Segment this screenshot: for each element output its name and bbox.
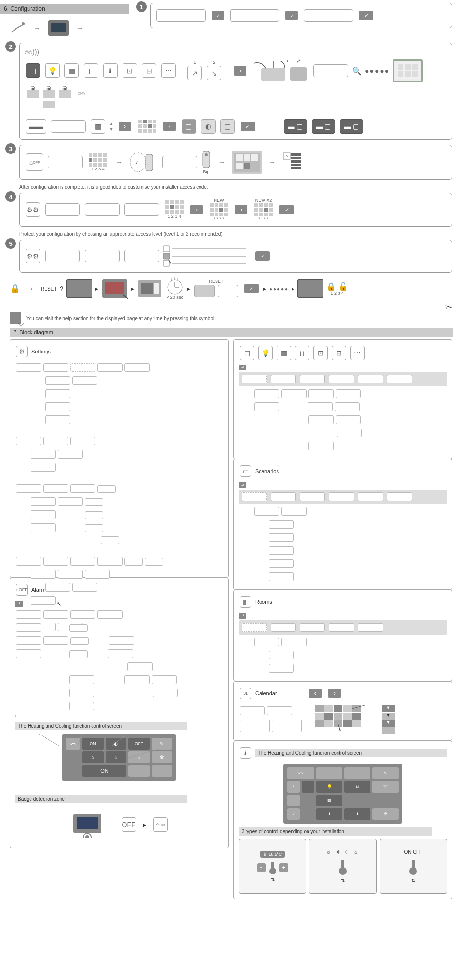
stars: * * * * (208, 216, 230, 221)
svg-rect-66 (315, 705, 324, 712)
thermo-icon[interactable]: 🌡 (103, 63, 118, 78)
heating-title: The Heating and Cooling function control… (255, 749, 447, 757)
lock-icon: 🔒 (10, 283, 20, 294)
calendar-grid[interactable] (315, 705, 378, 735)
heating-diagram: 🌡 The Heating and Cooling function contr… (233, 741, 452, 899)
help-icon[interactable] (10, 312, 21, 324)
svg-rect-4 (290, 67, 307, 81)
keypad-icon[interactable] (210, 203, 228, 216)
field[interactable] (162, 156, 197, 168)
next-button[interactable]: › (163, 122, 176, 131)
blind-icon[interactable]: ▦ (64, 63, 79, 78)
wiring-illustration (251, 59, 309, 83)
svg-rect-39 (291, 164, 301, 166)
blind-icon[interactable]: ▥ (91, 119, 105, 134)
reset-label: RESET (41, 286, 57, 291)
svg-rect-8 (412, 64, 418, 70)
room-icon: ▦ (240, 596, 251, 608)
on-button[interactable]: ON (82, 765, 126, 777)
next-button[interactable]: › (328, 689, 341, 698)
field[interactable] (48, 156, 83, 168)
svg-rect-37 (291, 157, 301, 159)
pill-icon[interactable]: ▬ ▢ (312, 119, 335, 134)
next-button[interactable]: › (285, 11, 298, 20)
field[interactable] (304, 9, 353, 22)
switch-icon[interactable]: ⊟ (142, 63, 156, 78)
confirm-button[interactable]: ✓ (359, 11, 373, 20)
field[interactable] (51, 120, 86, 133)
confirm-button[interactable]: ✓ (255, 251, 270, 261)
field[interactable] (156, 9, 206, 22)
field[interactable] (124, 250, 159, 262)
svg-rect-36 (291, 153, 301, 156)
more-icon[interactable]: ⋯ (161, 63, 176, 78)
shutter-icon: ▤ (240, 346, 254, 360)
svg-rect-30 (244, 154, 250, 161)
prev-button[interactable]: ‹ (309, 689, 322, 698)
next-button[interactable]: › (212, 11, 224, 20)
confirm-button[interactable]: ✓ (244, 284, 259, 293)
field[interactable] (85, 203, 120, 216)
svg-rect-33 (244, 163, 250, 169)
svg-rect-2 (51, 23, 66, 32)
svg-rect-71 (315, 713, 324, 720)
light-icon[interactable]: 💡 (45, 63, 60, 78)
gear-icon: ⚙ (16, 346, 28, 357)
heating-control-panel[interactable]: ⤺✎ ∧💡≋☜ ▦ ∨🌡🌡⚙ (283, 764, 402, 824)
svg-rect-85 (341, 860, 344, 870)
next-button[interactable]: › (190, 205, 203, 214)
svg-text:❋: ❋ (63, 87, 67, 91)
alarm-control-panel[interactable]: ⤺ ON◐OFF✎ ⌂⌂⌂🗑 ON (62, 734, 176, 781)
option-a-icon[interactable]: ▢ (182, 119, 196, 134)
color-grid[interactable] (138, 120, 156, 133)
socket-icon[interactable]: ⊡ (123, 63, 137, 78)
field[interactable] (45, 250, 80, 262)
label: 1 2 3 4 (326, 291, 348, 296)
up-down-icon[interactable]: ▲▼ (109, 121, 114, 132)
next-button[interactable]: › (119, 122, 131, 131)
remote-beep-icon (201, 156, 212, 162)
touch-device-icon (101, 278, 128, 299)
keypad-icon[interactable] (165, 200, 184, 214)
home-off-icon[interactable]: ⌂OFF (26, 153, 43, 171)
shutter-icon[interactable]: ▤ (26, 63, 40, 78)
svg-rect-10 (405, 71, 411, 77)
svg-rect-75 (352, 713, 361, 720)
svg-rect-76 (315, 720, 324, 727)
svg-rect-32 (236, 163, 243, 169)
action-2-icon[interactable]: ↘ (207, 66, 221, 80)
field[interactable] (45, 203, 80, 216)
screen-preview (393, 59, 423, 82)
reset-field[interactable] (194, 285, 215, 297)
next-button[interactable]: › (235, 205, 247, 214)
keypad-icon[interactable] (254, 203, 273, 216)
back-device-icon (137, 279, 162, 298)
svg-rect-7 (405, 64, 411, 70)
magnify-icon[interactable]: 🔍 (352, 66, 362, 76)
settings-icon[interactable]: ⚙⚙ (26, 202, 40, 217)
device-type-icon[interactable]: ▬▬ (26, 119, 46, 134)
field[interactable] (124, 203, 159, 216)
bars-icon[interactable]: ⫼ (84, 63, 98, 78)
badge-reader-icon (70, 811, 104, 838)
field[interactable] (230, 9, 279, 22)
option-b-icon[interactable]: ◐ (201, 119, 216, 134)
field[interactable] (85, 250, 120, 262)
svg-rect-40 (291, 167, 301, 169)
keypad-icon[interactable] (89, 153, 107, 167)
pill-icon[interactable]: ▬ ▢ (340, 119, 363, 134)
field[interactable] (313, 64, 348, 77)
field[interactable] (218, 285, 238, 297)
section-7-header: 7. Block diagram (10, 328, 453, 337)
confirm-button[interactable]: ✓ (279, 205, 294, 214)
settings-icon[interactable]: ⚙⚙ (26, 249, 40, 263)
option-c-icon[interactable]: ▢ (220, 119, 235, 134)
pill-icon[interactable]: ▬ ▢ (284, 119, 307, 134)
reset-label-2: RESET (193, 279, 239, 284)
touchscreen-device-icon (47, 19, 70, 37)
confirm-button[interactable]: ✓ (241, 122, 255, 131)
next-button[interactable]: › (234, 66, 246, 76)
level-selector[interactable] (163, 245, 250, 267)
svg-rect-41 (163, 246, 170, 252)
action-1-icon[interactable]: ↗ (187, 66, 202, 80)
